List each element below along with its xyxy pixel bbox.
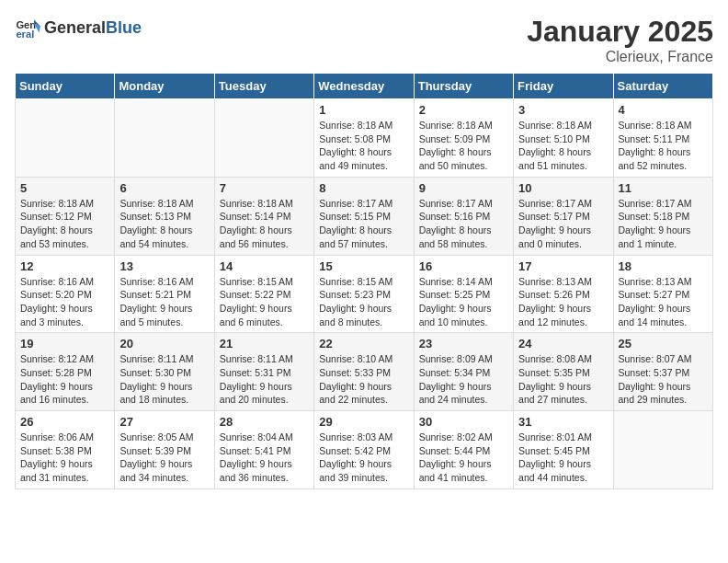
day-number: 22 — [319, 337, 408, 350]
day-number: 5 — [20, 181, 109, 195]
cell-content: Sunrise: 8:17 AMSunset: 5:16 PMDaylight:… — [419, 197, 508, 251]
cell-content: Sunrise: 8:18 AMSunset: 5:13 PMDaylight:… — [119, 197, 209, 251]
day-number: 9 — [419, 181, 508, 195]
calendar-cell: 12Sunrise: 8:16 AMSunset: 5:20 PMDayligh… — [16, 255, 115, 333]
week-row-3: 12Sunrise: 8:16 AMSunset: 5:20 PMDayligh… — [16, 255, 713, 333]
cell-content: Sunrise: 8:18 AMSunset: 5:08 PMDaylight:… — [319, 119, 408, 173]
day-number: 26 — [20, 415, 109, 429]
weekday-header-wednesday: Wednesday — [314, 74, 414, 99]
calendar-cell: 23Sunrise: 8:09 AMSunset: 5:34 PMDayligh… — [414, 333, 513, 411]
calendar-cell: 8Sunrise: 8:17 AMSunset: 5:15 PMDaylight… — [314, 177, 414, 255]
cell-content: Sunrise: 8:12 AMSunset: 5:28 PMDaylight:… — [20, 352, 109, 407]
calendar-cell: 2Sunrise: 8:18 AMSunset: 5:09 PMDaylight… — [414, 99, 513, 178]
week-row-1: 1Sunrise: 8:18 AMSunset: 5:08 PMDaylight… — [16, 99, 713, 178]
weekday-header-row: SundayMondayTuesdayWednesdayThursdayFrid… — [16, 74, 713, 99]
logo-text: GeneralBlue — [44, 19, 142, 36]
calendar-cell — [613, 411, 712, 489]
day-number: 30 — [419, 415, 508, 429]
cell-content: Sunrise: 8:03 AMSunset: 5:42 PMDaylight:… — [319, 431, 408, 485]
week-row-5: 26Sunrise: 8:06 AMSunset: 5:38 PMDayligh… — [16, 411, 713, 489]
cell-content: Sunrise: 8:17 AMSunset: 5:17 PMDaylight:… — [518, 197, 608, 251]
cell-content: Sunrise: 8:17 AMSunset: 5:15 PMDaylight:… — [319, 197, 408, 251]
cell-content: Sunrise: 8:15 AMSunset: 5:23 PMDaylight:… — [319, 275, 408, 329]
calendar-cell: 9Sunrise: 8:17 AMSunset: 5:16 PMDaylight… — [414, 177, 513, 255]
calendar-cell: 25Sunrise: 8:07 AMSunset: 5:37 PMDayligh… — [613, 333, 712, 411]
weekday-header-sunday: Sunday — [16, 74, 115, 99]
logo-general: General — [44, 19, 106, 36]
svg-text:eral: eral — [16, 29, 34, 40]
cell-content: Sunrise: 8:18 AMSunset: 5:10 PMDaylight:… — [518, 119, 608, 173]
calendar-cell: 30Sunrise: 8:02 AMSunset: 5:44 PMDayligh… — [414, 411, 513, 489]
day-number: 14 — [220, 259, 309, 273]
day-number: 7 — [220, 181, 309, 195]
cell-content: Sunrise: 8:02 AMSunset: 5:44 PMDaylight:… — [419, 431, 508, 485]
calendar-cell: 19Sunrise: 8:12 AMSunset: 5:28 PMDayligh… — [16, 333, 115, 411]
cell-content: Sunrise: 8:09 AMSunset: 5:34 PMDaylight:… — [419, 352, 508, 407]
weekday-header-thursday: Thursday — [414, 74, 513, 99]
day-number: 16 — [419, 259, 508, 273]
day-number: 23 — [419, 337, 508, 350]
cell-content: Sunrise: 8:18 AMSunset: 5:11 PMDaylight:… — [619, 119, 708, 173]
calendar-cell: 15Sunrise: 8:15 AMSunset: 5:23 PMDayligh… — [314, 255, 414, 333]
cell-content: Sunrise: 8:10 AMSunset: 5:33 PMDaylight:… — [319, 352, 408, 407]
weekday-header-monday: Monday — [115, 74, 214, 99]
day-number: 21 — [220, 337, 309, 350]
day-number: 20 — [119, 337, 209, 350]
day-number: 28 — [220, 415, 309, 429]
calendar-cell: 10Sunrise: 8:17 AMSunset: 5:17 PMDayligh… — [514, 177, 613, 255]
cell-content: Sunrise: 8:16 AMSunset: 5:20 PMDaylight:… — [20, 275, 109, 329]
calendar-cell — [16, 99, 115, 178]
day-number: 15 — [319, 259, 408, 273]
day-number: 6 — [119, 181, 209, 195]
cell-content: Sunrise: 8:17 AMSunset: 5:18 PMDaylight:… — [619, 197, 708, 251]
cell-content: Sunrise: 8:14 AMSunset: 5:25 PMDaylight:… — [419, 275, 508, 329]
weekday-header-friday: Friday — [514, 74, 613, 99]
calendar-cell: 28Sunrise: 8:04 AMSunset: 5:41 PMDayligh… — [214, 411, 313, 489]
cell-content: Sunrise: 8:11 AMSunset: 5:30 PMDaylight:… — [119, 352, 209, 407]
header: Gen eral GeneralBlue January 2025 Clerie… — [15, 15, 713, 65]
calendar-cell: 31Sunrise: 8:01 AMSunset: 5:45 PMDayligh… — [514, 411, 613, 489]
calendar-cell: 16Sunrise: 8:14 AMSunset: 5:25 PMDayligh… — [414, 255, 513, 333]
day-number: 1 — [319, 103, 408, 117]
cell-content: Sunrise: 8:01 AMSunset: 5:45 PMDaylight:… — [518, 431, 608, 485]
location-title: Clerieux, France — [527, 49, 713, 65]
calendar-cell: 14Sunrise: 8:15 AMSunset: 5:22 PMDayligh… — [214, 255, 313, 333]
logo-icon: Gen eral — [15, 15, 40, 40]
day-number: 11 — [619, 181, 708, 195]
month-title: January 2025 — [527, 15, 713, 49]
day-number: 18 — [619, 259, 708, 273]
calendar-cell: 11Sunrise: 8:17 AMSunset: 5:18 PMDayligh… — [613, 177, 712, 255]
day-number: 19 — [20, 337, 109, 350]
cell-content: Sunrise: 8:04 AMSunset: 5:41 PMDaylight:… — [220, 431, 309, 485]
day-number: 27 — [119, 415, 209, 429]
day-number: 10 — [518, 181, 608, 195]
calendar-cell: 26Sunrise: 8:06 AMSunset: 5:38 PMDayligh… — [16, 411, 115, 489]
calendar-cell: 21Sunrise: 8:11 AMSunset: 5:31 PMDayligh… — [214, 333, 313, 411]
logo: Gen eral GeneralBlue — [15, 15, 142, 40]
day-number: 24 — [518, 337, 608, 350]
cell-content: Sunrise: 8:18 AMSunset: 5:09 PMDaylight:… — [419, 119, 508, 173]
cell-content: Sunrise: 8:13 AMSunset: 5:26 PMDaylight:… — [518, 275, 608, 329]
logo-blue: Blue — [106, 19, 142, 36]
calendar-table: SundayMondayTuesdayWednesdayThursdayFrid… — [15, 73, 713, 489]
day-number: 2 — [419, 103, 508, 117]
cell-content: Sunrise: 8:13 AMSunset: 5:27 PMDaylight:… — [619, 275, 708, 329]
title-area: January 2025 Clerieux, France — [527, 15, 713, 65]
calendar-cell: 17Sunrise: 8:13 AMSunset: 5:26 PMDayligh… — [514, 255, 613, 333]
calendar-cell: 6Sunrise: 8:18 AMSunset: 5:13 PMDaylight… — [115, 177, 214, 255]
weekday-header-tuesday: Tuesday — [214, 74, 313, 99]
day-number: 8 — [319, 181, 408, 195]
day-number: 12 — [20, 259, 109, 273]
calendar-cell: 20Sunrise: 8:11 AMSunset: 5:30 PMDayligh… — [115, 333, 214, 411]
cell-content: Sunrise: 8:06 AMSunset: 5:38 PMDaylight:… — [20, 431, 109, 485]
day-number: 3 — [518, 103, 608, 117]
week-row-4: 19Sunrise: 8:12 AMSunset: 5:28 PMDayligh… — [16, 333, 713, 411]
calendar-cell: 27Sunrise: 8:05 AMSunset: 5:39 PMDayligh… — [115, 411, 214, 489]
calendar-cell: 1Sunrise: 8:18 AMSunset: 5:08 PMDaylight… — [314, 99, 414, 178]
day-number: 17 — [518, 259, 608, 273]
day-number: 25 — [619, 337, 708, 350]
cell-content: Sunrise: 8:05 AMSunset: 5:39 PMDaylight:… — [119, 431, 209, 485]
cell-content: Sunrise: 8:18 AMSunset: 5:14 PMDaylight:… — [220, 197, 309, 251]
calendar-cell: 18Sunrise: 8:13 AMSunset: 5:27 PMDayligh… — [613, 255, 712, 333]
calendar-cell: 3Sunrise: 8:18 AMSunset: 5:10 PMDaylight… — [514, 99, 613, 178]
